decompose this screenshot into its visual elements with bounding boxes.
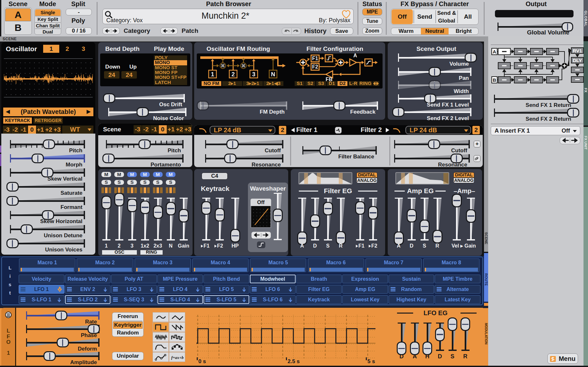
svg-text:F1: F1 [312,56,318,61]
svg-text:B: B [493,77,496,83]
svg-text:N: N [271,71,275,78]
svg-text:DLY: DLY [573,58,582,63]
svg-text:1: 1 [211,71,214,78]
svg-text:A: A [493,49,496,54]
svg-text:2: 2 [232,71,235,78]
svg-text:A: A [353,53,357,58]
svg-text:F2: F2 [312,64,318,70]
svg-text:f=ax+b: f=ax+b [171,355,184,360]
svg-text:RV1: RV1 [573,48,582,53]
svg-text:3: 3 [252,71,255,78]
